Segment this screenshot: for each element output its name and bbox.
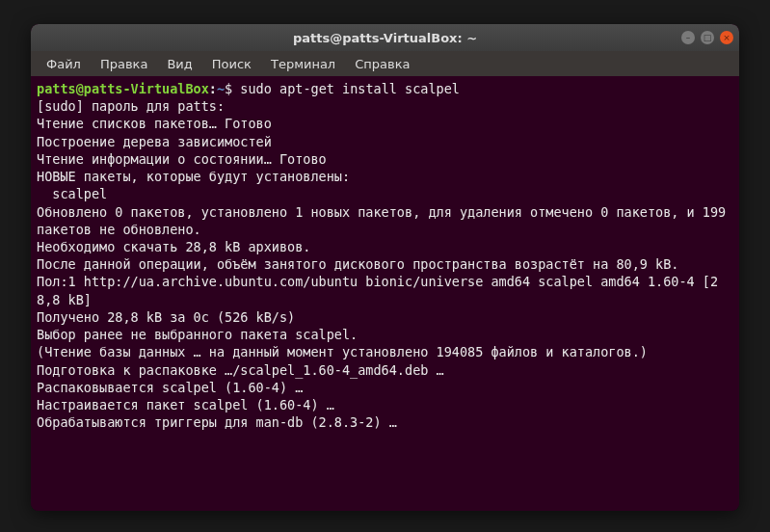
menu-view[interactable]: Вид: [157, 53, 201, 75]
maximize-button[interactable]: □: [701, 31, 714, 44]
close-button[interactable]: ×: [720, 31, 733, 44]
prompt-user-host: patts@patts-VirtualBox: [37, 81, 209, 96]
menu-search[interactable]: Поиск: [202, 53, 261, 75]
terminal-output[interactable]: patts@patts-VirtualBox:~$ sudo apt-get i…: [31, 76, 739, 511]
window-title: patts@patts-VirtualBox: ~: [293, 31, 477, 45]
menu-help[interactable]: Справка: [345, 53, 419, 75]
prompt-dollar: $: [225, 81, 232, 96]
menu-edit[interactable]: Правка: [91, 53, 157, 75]
minimize-button[interactable]: –: [681, 31, 695, 44]
menubar: Файл Правка Вид Поиск Терминал Справка: [31, 51, 739, 76]
terminal-output-lines: [sudo] пароль для patts: Чтение списков …: [37, 98, 733, 430]
terminal-window: patts@patts-VirtualBox: ~ – □ × Файл Пра…: [31, 24, 739, 511]
prompt-colon: :: [209, 81, 217, 96]
prompt-path: ~: [217, 81, 225, 96]
menu-terminal[interactable]: Терминал: [261, 53, 345, 75]
command-text: sudo apt-get install scalpel: [232, 81, 460, 96]
window-controls: – □ ×: [681, 31, 733, 44]
titlebar: patts@patts-VirtualBox: ~ – □ ×: [31, 24, 739, 51]
menu-file[interactable]: Файл: [37, 53, 91, 75]
